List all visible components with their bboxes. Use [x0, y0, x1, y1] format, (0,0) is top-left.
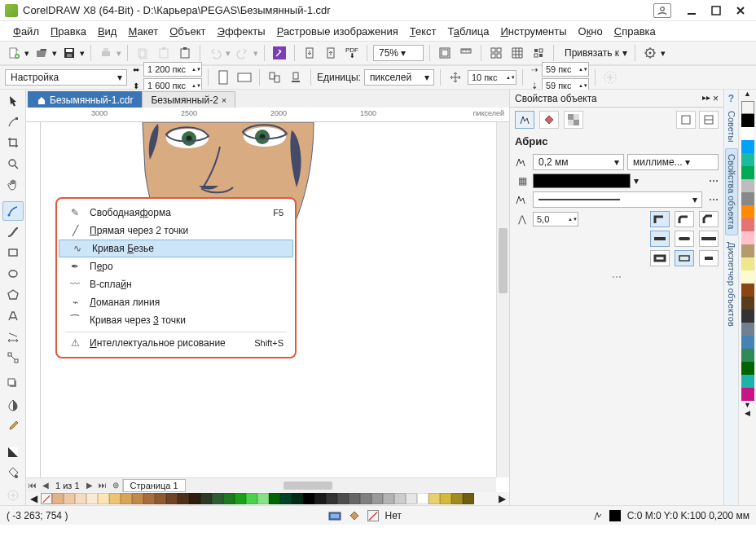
doc-palette-swatch[interactable]: [440, 493, 451, 504]
dup-x-input[interactable]: 59 пкс▲▼: [542, 62, 589, 77]
page-prev[interactable]: ◀: [39, 479, 52, 492]
palette-swatch[interactable]: [741, 323, 754, 336]
doc-palette-swatch[interactable]: [223, 493, 235, 504]
doc-palette-swatch[interactable]: [394, 493, 406, 504]
doc-palette-swatch[interactable]: [98, 493, 109, 504]
corner-bevel[interactable]: [699, 211, 719, 227]
publish-pdf-icon[interactable]: PDF⬇: [343, 44, 361, 62]
flyout-item-freehand[interactable]: ✎СвободнаяформаF5: [57, 204, 295, 222]
cap-square[interactable]: [699, 231, 719, 247]
doc-palette-swatch[interactable]: [326, 493, 337, 504]
menu-layout[interactable]: Макет: [123, 24, 163, 39]
menu-effects[interactable]: Эффекты: [213, 24, 270, 39]
zoom-tool[interactable]: [2, 154, 24, 174]
position-center[interactable]: [675, 250, 694, 266]
shape-tool[interactable]: [2, 112, 24, 132]
corner-round[interactable]: [675, 211, 694, 227]
new-icon[interactable]: [5, 44, 23, 62]
flyout-item-smart-drawing[interactable]: ⚠Интеллектуальное рисованиеShift+S: [57, 334, 295, 352]
grid-icon[interactable]: [487, 44, 505, 62]
doc-palette-swatch[interactable]: [246, 493, 257, 504]
palette-swatch[interactable]: [741, 375, 754, 388]
clipboard-icon[interactable]: [176, 44, 194, 62]
doc-palette-swatch[interactable]: [155, 493, 166, 504]
options-icon[interactable]: [641, 44, 659, 62]
vertical-ruler[interactable]: [26, 122, 41, 477]
show-rulers-icon[interactable]: [457, 44, 475, 62]
palette-next[interactable]: ▶: [494, 493, 509, 504]
docker-tab-transparency[interactable]: [564, 111, 583, 129]
palette-swatch[interactable]: [741, 297, 754, 310]
flyout-item-pen[interactable]: ✒Перо: [57, 257, 295, 275]
palette-flyout[interactable]: ◀: [745, 409, 750, 417]
outline-width-combo[interactable]: 0,2 мм▾: [533, 154, 624, 170]
redo-icon[interactable]: [234, 44, 252, 62]
outline-style-combo[interactable]: ▾: [533, 191, 702, 208]
expand-more-icon[interactable]: ⋯: [515, 271, 719, 283]
search-content-icon[interactable]: [270, 44, 288, 62]
tab-close-icon[interactable]: ×: [222, 95, 226, 105]
preset-combo[interactable]: Настройка▾: [5, 69, 127, 86]
doc-palette-swatch[interactable]: [75, 493, 86, 504]
portrait-icon[interactable]: [214, 68, 232, 86]
fullscreen-icon[interactable]: [436, 44, 454, 62]
doc-palette-swatch[interactable]: [178, 493, 189, 504]
docker-close-icon[interactable]: ×: [713, 93, 719, 104]
snap-to-dropdown[interactable]: Привязать к ▾: [560, 45, 629, 61]
doc-palette-swatch[interactable]: [132, 493, 143, 504]
menu-table[interactable]: Таблица: [443, 24, 494, 39]
doc-palette-swatch[interactable]: [269, 493, 280, 504]
maximize-button[interactable]: [705, 2, 727, 19]
copy-icon[interactable]: [134, 44, 152, 62]
palette-swatch[interactable]: [741, 179, 754, 192]
doc-palette-swatch[interactable]: [429, 493, 440, 504]
position-outside[interactable]: [650, 250, 670, 266]
doc-palette-swatch[interactable]: [52, 493, 64, 504]
flyout-item-3point-curve[interactable]: ⁀Кривая через 3 точки: [57, 311, 295, 329]
text-tool[interactable]: [2, 306, 24, 326]
polygon-tool[interactable]: [2, 285, 24, 305]
palette-swatch[interactable]: [741, 153, 754, 166]
palette-swatch[interactable]: [741, 362, 754, 375]
palette-swatch[interactable]: [741, 205, 754, 218]
page-first[interactable]: ⏮: [26, 479, 39, 492]
menu-help[interactable]: Справка: [609, 24, 661, 39]
outline-units-combo[interactable]: миллиме...▾: [627, 154, 719, 170]
smart-fill-tool[interactable]: [2, 463, 24, 482]
doc-palette-swatch[interactable]: [337, 493, 349, 504]
menu-view[interactable]: Вид: [93, 24, 122, 39]
doc-palette-swatch[interactable]: [371, 493, 383, 504]
transparency-tool[interactable]: [2, 395, 24, 415]
close-button[interactable]: [730, 2, 751, 19]
help-icon[interactable]: ?: [728, 93, 734, 104]
position-inside[interactable]: [699, 250, 719, 266]
doc-palette-swatch[interactable]: [360, 493, 371, 504]
palette-swatch[interactable]: [741, 244, 754, 257]
doc-palette-swatch[interactable]: [417, 493, 429, 504]
palette-down[interactable]: ▼: [744, 401, 751, 409]
snap-grid-icon[interactable]: [530, 44, 547, 62]
doc-palette-swatch[interactable]: [292, 493, 303, 504]
save-icon[interactable]: [60, 44, 78, 62]
palette-swatch[interactable]: [741, 140, 754, 153]
doc-palette-swatch[interactable]: [64, 493, 75, 504]
sidetab-object-manager[interactable]: Диспетчер объектов: [726, 237, 737, 332]
doc-palette-swatch[interactable]: [109, 493, 121, 504]
cap-butt[interactable]: [650, 231, 670, 247]
palette-swatch[interactable]: [741, 349, 754, 362]
doc-palette-swatch[interactable]: [86, 493, 98, 504]
menu-tools[interactable]: Инструменты: [495, 24, 571, 39]
export-icon[interactable]: [322, 44, 340, 62]
palette-swatch[interactable]: [741, 114, 754, 127]
doc-palette-swatch[interactable]: [349, 493, 360, 504]
menu-text[interactable]: Текст: [405, 24, 442, 39]
doc-palette-swatch[interactable]: [280, 493, 292, 504]
import-icon[interactable]: [301, 44, 319, 62]
doc-palette-swatch[interactable]: [406, 493, 417, 504]
palette-swatch[interactable]: [741, 218, 754, 231]
doc-palette-swatch[interactable]: [235, 493, 246, 504]
pick-tool[interactable]: [2, 91, 24, 111]
page-last[interactable]: ⏭: [96, 479, 109, 492]
outline-more-icon[interactable]: ⋯: [709, 175, 719, 187]
doc-palette-swatch[interactable]: [166, 493, 178, 504]
